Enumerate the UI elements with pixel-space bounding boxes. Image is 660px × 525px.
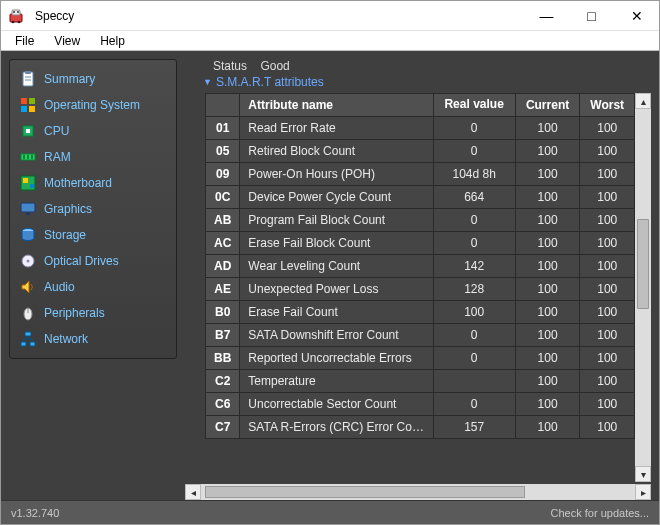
smart-table: Attribute name Real value Current Worst … <box>205 93 635 439</box>
smart-section-header[interactable]: ▼ S.M.A.R.T attributes <box>185 75 651 93</box>
cell-id: 01 <box>206 117 240 140</box>
cell-current: 100 <box>515 117 580 140</box>
cell-worst: 100 <box>580 186 635 209</box>
svg-rect-18 <box>27 155 29 159</box>
scroll-right-arrow-icon[interactable]: ▸ <box>635 484 651 500</box>
cell-worst: 100 <box>580 117 635 140</box>
cell-id: C6 <box>206 393 240 416</box>
col-worst[interactable]: Worst <box>580 94 635 117</box>
speaker-icon <box>20 279 36 295</box>
horizontal-scrollbar[interactable]: ◂ ▸ <box>185 484 651 500</box>
col-current[interactable]: Current <box>515 94 580 117</box>
windows-icon <box>20 97 36 113</box>
scroll-thumb[interactable] <box>205 486 525 498</box>
sidebar-item-optical[interactable]: Optical Drives <box>10 248 176 274</box>
cell-id: AB <box>206 209 240 232</box>
table-row[interactable]: C6Uncorrectable Sector Count0100100 <box>206 393 635 416</box>
cell-id: B7 <box>206 324 240 347</box>
svg-rect-6 <box>23 72 33 86</box>
section-title: S.M.A.R.T attributes <box>216 75 324 89</box>
table-row[interactable]: AEUnexpected Power Loss128100100 <box>206 278 635 301</box>
col-real[interactable]: Real value <box>433 94 515 117</box>
table-row[interactable]: B7SATA Downshift Error Count0100100 <box>206 324 635 347</box>
cell-name: Read Error Rate <box>240 117 433 140</box>
network-icon <box>20 331 36 347</box>
status-line: Status Good <box>185 59 651 75</box>
vertical-scrollbar[interactable]: ▴ ▾ <box>635 93 651 482</box>
svg-marker-28 <box>22 281 29 293</box>
menu-help[interactable]: Help <box>90 32 135 50</box>
cell-worst: 100 <box>580 347 635 370</box>
table-row[interactable]: C2Temperature100100 <box>206 370 635 393</box>
svg-rect-23 <box>21 203 35 212</box>
cell-name: SATA R-Errors (CRC) Error Count <box>240 416 433 439</box>
cell-name: Reported Uncorrectable Errors <box>240 347 433 370</box>
sidebar-item-label: Graphics <box>44 202 92 216</box>
cell-id: 0C <box>206 186 240 209</box>
cell-name: Power-On Hours (POH) <box>240 163 433 186</box>
table-row[interactable]: ADWear Leveling Count142100100 <box>206 255 635 278</box>
sidebar-item-os[interactable]: Operating System <box>10 92 176 118</box>
cell-current: 100 <box>515 347 580 370</box>
table-row[interactable]: ABProgram Fail Block Count0100100 <box>206 209 635 232</box>
table-row[interactable]: ACErase Fail Block Count0100100 <box>206 232 635 255</box>
check-updates-link[interactable]: Check for updates... <box>551 507 649 519</box>
menu-view[interactable]: View <box>44 32 90 50</box>
scroll-track[interactable] <box>635 109 651 466</box>
scroll-left-arrow-icon[interactable]: ◂ <box>185 484 201 500</box>
table-row[interactable]: C7SATA R-Errors (CRC) Error Count1571001… <box>206 416 635 439</box>
sidebar-item-storage[interactable]: Storage <box>10 222 176 248</box>
svg-rect-13 <box>29 106 35 112</box>
sidebar-item-ram[interactable]: RAM <box>10 144 176 170</box>
svg-rect-10 <box>21 98 27 104</box>
col-name[interactable]: Attribute name <box>240 94 433 117</box>
scroll-down-arrow-icon[interactable]: ▾ <box>635 466 651 482</box>
status-value: Good <box>260 59 289 73</box>
sidebar-item-network[interactable]: Network <box>10 326 176 352</box>
maximize-button[interactable]: □ <box>569 1 614 31</box>
cell-real: 104d 8h <box>433 163 515 186</box>
scroll-thumb[interactable] <box>637 219 649 309</box>
sidebar-item-peripherals[interactable]: Peripherals <box>10 300 176 326</box>
minimize-button[interactable]: — <box>524 1 569 31</box>
cell-worst: 100 <box>580 278 635 301</box>
cell-name: Retired Block Count <box>240 140 433 163</box>
menu-file[interactable]: File <box>5 32 44 50</box>
sidebar-item-summary[interactable]: Summary <box>10 66 176 92</box>
cell-id: B0 <box>206 301 240 324</box>
sidebar-item-label: Operating System <box>44 98 140 112</box>
cell-current: 100 <box>515 416 580 439</box>
cell-name: Device Power Cycle Count <box>240 186 433 209</box>
cell-id: BB <box>206 347 240 370</box>
sidebar-item-label: Summary <box>44 72 95 86</box>
cell-real: 0 <box>433 393 515 416</box>
cell-current: 100 <box>515 232 580 255</box>
scroll-track[interactable] <box>201 484 635 500</box>
svg-rect-33 <box>30 342 35 346</box>
svg-rect-17 <box>23 155 25 159</box>
scroll-up-arrow-icon[interactable]: ▴ <box>635 93 651 109</box>
sidebar-item-label: RAM <box>44 150 71 164</box>
table-row[interactable]: 05Retired Block Count0100100 <box>206 140 635 163</box>
sidebar-item-label: Network <box>44 332 88 346</box>
sidebar-item-graphics[interactable]: Graphics <box>10 196 176 222</box>
ram-icon <box>20 149 36 165</box>
table-row[interactable]: 01Read Error Rate0100100 <box>206 117 635 140</box>
sidebar-item-label: Peripherals <box>44 306 105 320</box>
sidebar-item-cpu[interactable]: CPU <box>10 118 176 144</box>
svg-point-4 <box>12 20 15 23</box>
cell-real: 0 <box>433 324 515 347</box>
monitor-icon <box>20 201 36 217</box>
table-row[interactable]: BBReported Uncorrectable Errors0100100 <box>206 347 635 370</box>
close-button[interactable]: ✕ <box>614 1 659 31</box>
col-id[interactable] <box>206 94 240 117</box>
cell-worst: 100 <box>580 232 635 255</box>
svg-rect-12 <box>21 106 27 112</box>
table-row[interactable]: B0Erase Fail Count100100100 <box>206 301 635 324</box>
table-row[interactable]: 0CDevice Power Cycle Count664100100 <box>206 186 635 209</box>
svg-rect-24 <box>26 213 30 215</box>
sidebar-item-audio[interactable]: Audio <box>10 274 176 300</box>
sidebar-item-motherboard[interactable]: Motherboard <box>10 170 176 196</box>
cell-id: AE <box>206 278 240 301</box>
table-row[interactable]: 09Power-On Hours (POH)104d 8h100100 <box>206 163 635 186</box>
